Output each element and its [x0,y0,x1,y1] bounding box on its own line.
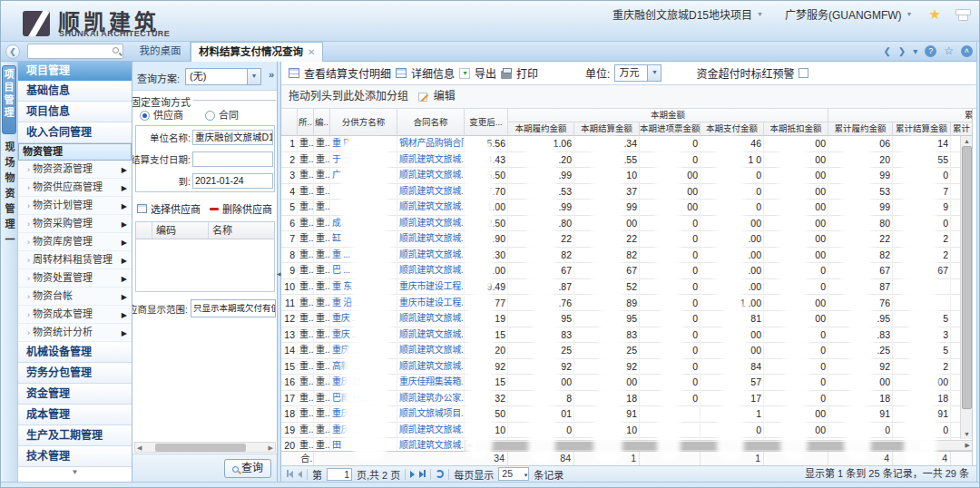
unit-select[interactable]: 万元▼ [614,64,662,82]
next-page-icon[interactable] [410,469,415,480]
contract-link[interactable]: 顺凯建筑文旅城... [397,327,465,344]
menu-item-12[interactable]: ›物资成本管理▶ [18,306,132,324]
contract-link[interactable]: 顺凯建筑文旅城... [397,359,465,376]
contract-link[interactable]: 顺凯建筑文旅城... [397,216,465,232]
col-supplier-header[interactable]: 分供方名称 [330,109,397,136]
contract-link[interactable]: 顺凯建筑文旅城... [397,311,465,327]
menu-item-6[interactable]: ›物资计划管理▶ [18,197,132,215]
menu-item-5[interactable]: ›物资供应商管理▶ [18,179,132,197]
menu-item-2[interactable]: 收入合同管理 [18,122,132,143]
contract-link[interactable]: 顺凯建筑文旅城... [397,200,465,216]
module-site-material[interactable]: 现场物资管理一 [2,142,16,249]
select-supplier-button[interactable]: 选择供应商 [151,201,201,216]
user-caret-icon[interactable]: ▼ [906,11,913,17]
col-rownum-header[interactable] [281,109,298,136]
project-caret-icon[interactable]: ▼ [757,11,763,17]
user-menu[interactable]: 广梦服务(GUANGMFW) [785,6,902,22]
contract-link[interactable]: 顺凯建筑文旅城... [397,231,465,248]
contract-link[interactable]: 重庆佳翔集装箱... [397,375,465,391]
menu-item-8[interactable]: ›物资库房管理▶ [18,233,132,251]
tab-scroll-left-icon[interactable]: ❮ [883,46,890,56]
remove-supplier-button[interactable]: 删除供应商 [222,201,272,216]
group-total-header[interactable]: 累计金额 [828,109,973,122]
first-page-icon[interactable] [287,469,293,480]
menu-item-9[interactable]: ›周转材料租赁管理▶ [18,251,132,269]
refresh-icon[interactable] [436,470,444,478]
contract-link[interactable]: 顺凯建筑文旅城... [397,248,465,264]
project-selector[interactable]: 重庆融创文旅城D15地块项目 [612,6,752,22]
module-project-mgmt[interactable]: 项目管理 [2,65,16,134]
per-page-select[interactable]: 25 [498,467,529,481]
favorite-star-icon[interactable]: ★ [929,9,941,20]
menu-item-14[interactable]: 机械设备管理 [18,342,132,363]
contract-link[interactable]: 顺凯建筑文旅城... [397,343,465,359]
tab-my-desktop[interactable]: 我的桌面 [131,42,191,62]
menu-item-18[interactable]: 生产及工期管理 [18,425,132,446]
menu-item-15[interactable]: 劳务分包管理 [18,363,132,384]
settle-date-input[interactable] [192,151,273,167]
menu-item-16[interactable]: 资金管理 [18,384,132,405]
contract-link[interactable]: 顺凯建筑文旅城... [397,263,465,279]
expand-button[interactable]: » [265,69,278,85]
print-button[interactable]: 打印 [516,65,538,81]
page-input[interactable]: 1 [327,468,352,481]
col-total-2-header[interactable]: 累计 [951,122,973,136]
supplier-grid-check-col[interactable] [136,222,152,239]
contract-link[interactable]: 顺凯建筑文旅城... [397,152,465,169]
contract-link[interactable]: 顺凯建筑办公家... [397,391,465,407]
tab-material-settlement[interactable]: 材料结算支付情况查询✕ [191,42,323,62]
col-total-1-header[interactable]: 累计结算金额 [893,122,951,136]
menu-item-11[interactable]: ›物资台帐▶ [18,288,132,306]
col-current-2-header[interactable]: 本期进项票金额 [640,122,701,136]
contract-link[interactable]: 重庆市建设工程... [397,279,465,296]
col-org-header[interactable]: 所.. [298,109,314,136]
last-page-icon[interactable] [419,469,426,480]
contract-link[interactable]: 顺凯建筑文旅城... [397,168,465,184]
tab-scroll-right-icon[interactable]: ❯ [898,46,906,56]
edit-button[interactable]: 编辑 [434,90,456,102]
date-to-input[interactable]: 2021-01-24 [192,173,273,189]
menu-search-input[interactable] [27,44,123,59]
col-contract-header[interactable]: 合同名称 [397,109,465,136]
col-current-0-header[interactable]: 本期履约金额 [508,122,574,136]
radio-contract[interactable]: 合同 [205,107,239,122]
col-current-1-header[interactable]: 本期结算金额 [574,122,640,136]
col-change-header[interactable]: 变更后... [465,109,508,136]
help-icon[interactable]: ? [925,45,936,57]
menu-item-4[interactable]: ›物资资源管理▶ [18,161,132,179]
menu-item-19[interactable]: 技术管理 [18,446,132,467]
menu-item-17[interactable]: 成本管理 [18,405,132,425]
search-button[interactable]: 查询 [224,459,271,478]
menu-item-0[interactable]: 基础信息 [18,81,132,102]
radio-supplier[interactable]: 供应商 [140,107,183,122]
col-current-4-header[interactable]: 本期抵扣金额 [764,122,828,136]
favorite-tab-icon[interactable]: ☆ [944,44,954,57]
scheme-select[interactable]: (无)▼ [185,68,261,85]
menu-item-10[interactable]: ›物资处置管理▶ [18,269,132,288]
contract-link[interactable]: 顺凯建筑文旅城... [397,184,465,200]
back-button[interactable]: ❮ [5,44,20,59]
overpay-warn-checkbox[interactable] [799,68,808,78]
menu-header[interactable]: 项目管理 [18,62,132,81]
grid-vscrollbar[interactable]: ▲ ▼ [960,136,973,439]
query-hscrollbar[interactable]: ◀ ▶ [134,442,276,453]
col-total-0-header[interactable]: 累计履约金额 [828,122,893,136]
supplier-grid-code-header[interactable]: 编码 [152,222,209,239]
unit-name-input[interactable]: 重庆融创文旅城D15地块 [192,130,273,145]
prev-page-icon[interactable] [298,469,302,480]
range-select[interactable]: 只显示本期或欠付有值 [191,299,276,317]
group-drop-bar[interactable]: 拖动列头到此处添加分组 编辑 [281,85,976,109]
tab-close-icon[interactable]: ✕ [308,47,315,57]
menu-item-7[interactable]: ›物资采购管理▶ [18,215,132,233]
tab-list-icon[interactable]: ▾ [913,46,917,56]
contract-link[interactable]: 顺凯建筑文旅城... [397,423,465,439]
contract-link[interactable]: 钢材产品购销合同 [397,136,465,152]
menu-item-3[interactable]: 物资管理 [18,143,132,161]
menu-item-13[interactable]: ›物资统计分析▶ [18,324,132,342]
theme-shirt-icon[interactable] [956,8,969,20]
supplier-grid-name-header[interactable]: 名称 [209,222,274,239]
col-code-header[interactable]: 编.. [314,109,330,136]
contract-link[interactable]: 顺凯文旅城项目... [397,406,465,423]
collapse-icon[interactable]: ˄ [961,45,973,57]
col-current-3-header[interactable]: 本期支付金额 [701,122,764,136]
